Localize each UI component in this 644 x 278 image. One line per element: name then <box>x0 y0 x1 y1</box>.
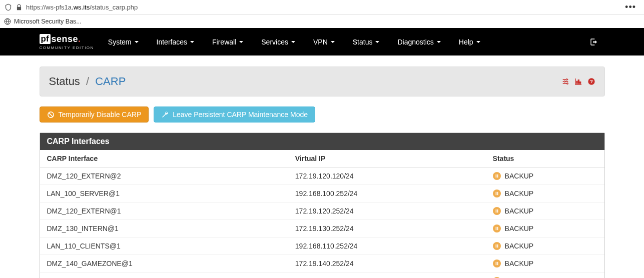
svg-rect-20 <box>497 244 498 248</box>
pause-icon <box>493 172 501 180</box>
bookmark-bar: Microsoft Security Bas... <box>0 15 644 28</box>
status-label: BACKUP <box>505 190 534 198</box>
nav-services[interactable]: Services <box>252 28 304 56</box>
cell-interface: DMZ_130_INTERN@1 <box>40 220 288 238</box>
chevron-down-icon <box>331 41 335 43</box>
col-status: Status <box>486 150 604 168</box>
panel-title: CARP Interfaces <box>40 133 604 150</box>
chevron-down-icon <box>375 41 379 43</box>
cell-interface: DMZ_140_GAMEZONE@1 <box>40 255 288 272</box>
cell-vip: 192.168.100.252/24 <box>288 185 486 202</box>
cell-interface: DMZ_120_EXTERN@2 <box>40 168 288 185</box>
nav-vpn[interactable]: VPN <box>304 28 344 56</box>
cell-vip: 172.19.120.120/24 <box>288 168 486 185</box>
cell-vip: 172.19.140.252/24 <box>288 255 486 272</box>
svg-rect-15 <box>495 210 496 212</box>
pause-icon <box>493 190 501 198</box>
svg-rect-5 <box>578 80 579 84</box>
pause-icon <box>493 207 501 215</box>
table-row: DMZ_120_EXTERN@1 172.19.120.252/24 BACKU… <box>40 202 604 220</box>
svg-rect-16 <box>497 210 498 212</box>
chevron-down-icon <box>239 41 243 43</box>
table-row: DMZ_120_EXTERN@2 172.19.120.120/24 BACKU… <box>40 168 604 185</box>
carp-panel: CARP Interfaces CARP Interface Virtual I… <box>40 132 605 278</box>
cell-interface: DMZ_150_ISOLATION@1 <box>40 272 288 278</box>
logout-icon[interactable] <box>590 38 598 46</box>
nav-list: System Interfaces Firewall Services VPN … <box>99 28 489 56</box>
wrench-icon <box>161 111 169 118</box>
chart-icon[interactable] <box>574 78 582 86</box>
globe-icon <box>4 18 11 25</box>
status-label: BACKUP <box>505 172 534 180</box>
svg-rect-17 <box>495 227 496 230</box>
table-row: DMZ_130_INTERN@1 172.19.130.252/24 BACKU… <box>40 220 604 238</box>
chevron-down-icon <box>291 41 295 43</box>
status-label: BACKUP <box>505 260 534 268</box>
breadcrumb: Status / CARP ? <box>40 66 605 96</box>
status-label: BACKUP <box>505 207 534 215</box>
nav-status[interactable]: Status <box>344 28 389 56</box>
cell-status: BACKUP <box>486 185 604 202</box>
leave-maintenance-button[interactable]: Leave Persistent CARP Maintenance Mode <box>154 106 315 122</box>
nav-help[interactable]: Help <box>450 28 489 56</box>
cell-status: BACKUP <box>486 272 604 278</box>
svg-rect-12 <box>497 174 498 178</box>
table-row: LAN_110_CLIENTS@1 192.168.110.252/24 BAC… <box>40 238 604 255</box>
bookmark-item[interactable]: Microsoft Security Bas... <box>14 18 82 25</box>
nav-diagnostics[interactable]: Diagnostics <box>388 28 449 56</box>
cell-vip: 172.19.150.252/24 <box>288 272 486 278</box>
page-title: Status / CARP <box>49 75 126 88</box>
status-label: BACKUP <box>505 242 534 250</box>
cell-interface: LAN_100_SERVER@1 <box>40 185 288 202</box>
more-icon[interactable]: ••• <box>621 2 640 12</box>
cell-status: BACKUP <box>486 168 604 185</box>
disable-carp-button[interactable]: Temporarily Disable CARP <box>40 106 149 122</box>
svg-point-2 <box>564 81 565 82</box>
shield-icon <box>4 4 12 12</box>
table-row: DMZ_140_GAMEZONE@1 172.19.140.252/24 BAC… <box>40 255 604 272</box>
cell-vip: 172.19.130.252/24 <box>288 220 486 238</box>
svg-rect-11 <box>495 174 496 178</box>
status-label: BACKUP <box>505 224 534 232</box>
table-row: LAN_100_SERVER@1 192.168.100.252/24 BACK… <box>40 185 604 202</box>
pause-icon <box>493 224 501 232</box>
svg-text:?: ? <box>590 79 593 84</box>
col-interface: CARP Interface <box>40 150 288 168</box>
svg-point-1 <box>566 79 567 80</box>
help-icon[interactable]: ? <box>587 78 595 86</box>
cell-status: BACKUP <box>486 220 604 238</box>
cell-status: BACKUP <box>486 202 604 220</box>
sliders-icon[interactable] <box>561 78 569 86</box>
svg-rect-22 <box>497 262 498 265</box>
cell-vip: 192.168.110.252/24 <box>288 238 486 255</box>
svg-rect-14 <box>497 192 498 195</box>
col-vip: Virtual IP <box>288 150 486 168</box>
nav-system[interactable]: System <box>99 28 148 56</box>
logo[interactable]: pfsense. COMMUNITY EDITION <box>40 34 94 50</box>
top-nav: pfsense. COMMUNITY EDITION System Interf… <box>0 28 644 56</box>
cell-status: BACKUP <box>486 255 604 272</box>
ban-icon <box>47 111 55 118</box>
svg-rect-13 <box>495 192 496 195</box>
svg-rect-4 <box>576 81 577 84</box>
nav-firewall[interactable]: Firewall <box>203 28 252 56</box>
table-row: DMZ_150_ISOLATION@1 172.19.150.252/24 BA… <box>40 272 604 278</box>
cell-interface: DMZ_120_EXTERN@1 <box>40 202 288 220</box>
cell-status: BACKUP <box>486 238 604 255</box>
browser-url-bar: https://ws-pfs1a.ws.its/status_carp.php … <box>0 0 644 15</box>
svg-rect-6 <box>579 82 580 84</box>
chevron-down-icon <box>476 41 480 43</box>
pause-icon <box>493 260 501 268</box>
chevron-down-icon <box>190 41 194 43</box>
pause-icon <box>493 242 501 250</box>
carp-table: CARP Interface Virtual IP Status DMZ_120… <box>40 150 604 278</box>
cell-interface: LAN_110_CLIENTS@1 <box>40 238 288 255</box>
url-text[interactable]: https://ws-pfs1a.ws.its/status_carp.php <box>26 4 138 11</box>
svg-rect-21 <box>495 262 496 265</box>
cell-vip: 172.19.120.252/24 <box>288 202 486 220</box>
nav-interfaces[interactable]: Interfaces <box>148 28 203 56</box>
chevron-down-icon <box>135 41 139 43</box>
chevron-down-icon <box>437 41 441 43</box>
svg-line-10 <box>49 112 53 117</box>
svg-rect-18 <box>497 227 498 230</box>
